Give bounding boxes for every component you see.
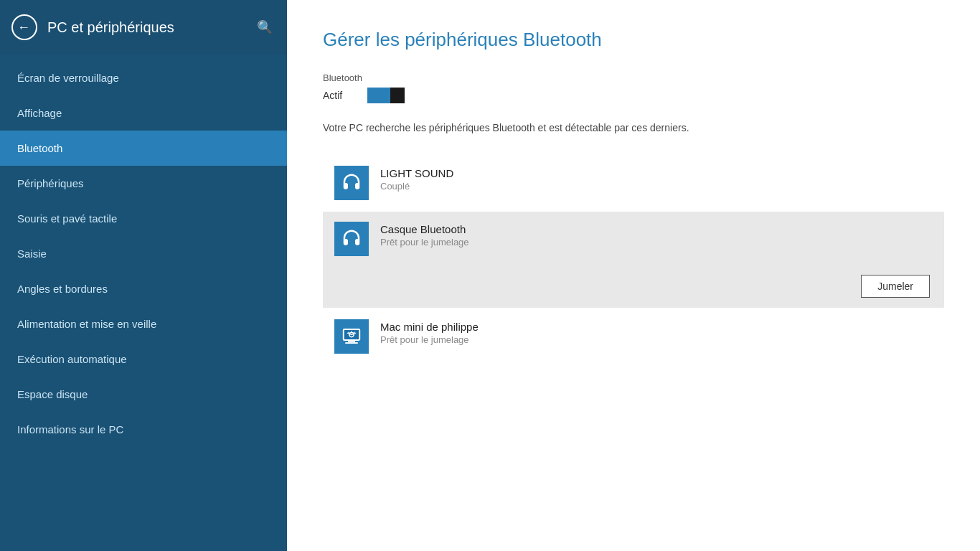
bluetooth-toggle-row: Actif	[323, 88, 944, 103]
device-list: LIGHT SOUND Couplé Casque Bluetooth Prêt…	[323, 156, 944, 364]
sidebar-nav: Écran de verrouillage Affichage Bluetoot…	[0, 55, 287, 447]
sidebar-item-saisie[interactable]: Saisie	[0, 236, 287, 271]
sidebar-item-angles[interactable]: Angles et bordures	[0, 271, 287, 306]
device-item-light-sound[interactable]: LIGHT SOUND Couplé	[323, 156, 944, 210]
computer-icon	[341, 326, 362, 347]
device-name-casque: Casque Bluetooth	[380, 223, 469, 235]
headphones-icon	[341, 172, 362, 194]
bluetooth-toggle[interactable]	[367, 88, 405, 103]
pair-button-casque[interactable]: Jumeler	[861, 275, 930, 298]
sidebar-item-souris[interactable]: Souris et pavé tactile	[0, 201, 287, 236]
device-status-light-sound: Couplé	[380, 181, 453, 192]
device-status-mac-mini: Prêt pour le jumelage	[380, 334, 479, 345]
sidebar-title: PC et périphériques	[47, 19, 247, 36]
bluetooth-description: Votre PC recherche les périphériques Blu…	[323, 121, 944, 136]
sidebar-item-alimentation[interactable]: Alimentation et mise en veille	[0, 306, 287, 342]
main-content: Gérer les périphériques Bluetooth Blueto…	[287, 0, 980, 551]
device-icon-casque	[334, 222, 369, 256]
sidebar-item-execution[interactable]: Exécution automatique	[0, 342, 287, 377]
device-info-mac-mini: Mac mini de philippe Prêt pour le jumela…	[380, 319, 479, 345]
bluetooth-section-label: Bluetooth	[323, 72, 944, 83]
back-arrow-icon: ←	[17, 21, 30, 34]
sidebar-item-informations[interactable]: Informations sur le PC	[0, 412, 287, 447]
search-icon[interactable]: 🔍	[257, 19, 273, 35]
svg-rect-2	[348, 341, 355, 342]
device-status-casque: Prêt pour le jumelage	[380, 237, 469, 248]
device-actions-casque: Jumeler	[334, 275, 933, 298]
sidebar-item-bluetooth[interactable]: Bluetooth	[0, 131, 287, 166]
sidebar: ← PC et périphériques 🔍 Écran de verroui…	[0, 0, 287, 551]
device-name-mac-mini: Mac mini de philippe	[380, 321, 479, 333]
device-item-mac-mini[interactable]: Mac mini de philippe Prêt pour le jumela…	[323, 309, 944, 364]
svg-rect-3	[345, 342, 358, 344]
back-button[interactable]: ←	[11, 14, 37, 40]
device-icon-light-sound	[334, 166, 369, 200]
page-title: Gérer les périphériques Bluetooth	[323, 29, 944, 51]
sidebar-item-peripheriques[interactable]: Périphériques	[0, 166, 287, 201]
toggle-thumb	[390, 88, 405, 103]
casque-main-row: Casque Bluetooth Prêt pour le jumelage	[334, 222, 933, 256]
sidebar-item-affichage[interactable]: Affichage	[0, 95, 287, 131]
sidebar-header: ← PC et périphériques 🔍	[0, 0, 287, 55]
sidebar-item-espace[interactable]: Espace disque	[0, 377, 287, 412]
device-icon-mac-mini	[334, 319, 369, 354]
device-name-light-sound: LIGHT SOUND	[380, 167, 453, 179]
device-info-light-sound: LIGHT SOUND Couplé	[380, 166, 453, 192]
device-item-casque[interactable]: Casque Bluetooth Prêt pour le jumelage J…	[323, 212, 944, 308]
headphones-icon-casque	[341, 228, 362, 250]
toggle-status-label: Actif	[323, 90, 359, 101]
sidebar-item-ecran[interactable]: Écran de verrouillage	[0, 60, 287, 95]
device-info-casque: Casque Bluetooth Prêt pour le jumelage	[380, 222, 469, 248]
